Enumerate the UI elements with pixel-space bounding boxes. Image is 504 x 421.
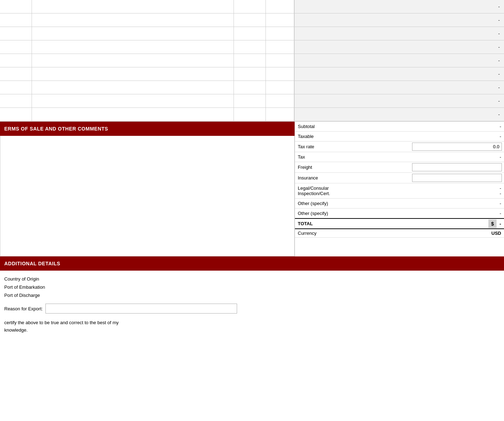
port-embark-row: Port of Embarkation: [4, 284, 500, 290]
terms-summary-section: ERMS OF SALE AND OTHER COMMENTS Subtotal…: [0, 122, 504, 256]
additional-header-text: ADDITIONAL DETAILS: [4, 261, 60, 266]
subtotal-value: -: [410, 122, 504, 132]
table-row: [0, 67, 294, 81]
list-item: -: [295, 54, 504, 67]
certify-line2: knowledge.: [4, 327, 500, 334]
total-value: -: [499, 221, 501, 227]
other1-row: Other (specify) -: [295, 199, 504, 209]
col-desc: [32, 54, 234, 67]
col-unit: [266, 0, 294, 13]
taxable-row: Taxable -: [295, 132, 504, 142]
currency-value: USD: [410, 229, 504, 238]
legal-value2: -: [413, 191, 501, 196]
total-row: TOTAL $ -: [295, 218, 504, 229]
table-row: [0, 94, 294, 108]
table-row: [0, 0, 294, 13]
freight-input[interactable]: [412, 163, 502, 171]
total-value-cell: $ -: [410, 218, 504, 229]
right-dash-column: - - - - - - - - -: [295, 0, 504, 121]
col-unit: [266, 108, 294, 121]
total-label: TOTAL: [295, 218, 410, 229]
col-unit: [266, 40, 294, 54]
freight-label: Freight: [295, 162, 410, 173]
tax-label: Tax: [295, 152, 410, 162]
tax-rate-input[interactable]: [412, 143, 502, 151]
reason-input[interactable]: [45, 304, 237, 314]
col-qty: [234, 94, 266, 107]
col-num: [0, 67, 32, 81]
col-unit: [266, 67, 294, 81]
top-section: - - - - - - - - -: [0, 0, 504, 122]
freight-row: Freight: [295, 162, 504, 173]
taxable-label: Taxable: [295, 132, 410, 142]
other2-label: Other (specify): [295, 209, 410, 219]
tax-row: Tax -: [295, 152, 504, 162]
col-qty: [234, 108, 266, 121]
other1-label: Other (specify): [295, 199, 410, 209]
table-row: [0, 54, 294, 67]
summary-table: Subtotal - Taxable - Tax rate Tax: [295, 122, 504, 238]
page-wrapper: - - - - - - - - - ERMS OF SALE AND OTHER…: [0, 0, 504, 421]
col-desc: [32, 40, 234, 54]
country-origin-label: Country of Origin: [4, 276, 39, 282]
insurance-label: Insurance: [295, 173, 410, 183]
tax-rate-label: Tax rate: [295, 142, 410, 152]
col-num: [0, 108, 32, 121]
table-row: [0, 40, 294, 54]
tax-value: -: [410, 152, 504, 162]
terms-body[interactable]: [0, 136, 295, 256]
list-item: -: [295, 40, 504, 54]
certify-text: certify the above to be true and correct…: [4, 319, 500, 334]
list-item: -: [295, 94, 504, 108]
col-unit: [266, 81, 294, 94]
col-unit: [266, 94, 294, 107]
col-num: [0, 94, 32, 107]
legal-value1: -: [413, 185, 501, 191]
table-row: [0, 27, 294, 40]
col-desc: [32, 0, 234, 13]
col-qty: [234, 54, 266, 67]
col-num: [0, 27, 32, 40]
col-desc: [32, 108, 234, 121]
col-desc: [32, 94, 234, 107]
item-rows: [0, 0, 294, 121]
col-qty: [234, 67, 266, 81]
currency-row: Currency USD: [295, 229, 504, 238]
certify-line1: certify the above to be true and correct…: [4, 319, 500, 327]
additional-header: ADDITIONAL DETAILS: [0, 256, 504, 271]
col-qty: [234, 13, 266, 27]
other1-value: -: [410, 199, 504, 209]
insurance-row: Insurance: [295, 173, 504, 183]
col-num: [0, 13, 32, 27]
insurance-input-cell: [410, 173, 504, 183]
col-desc: [32, 81, 234, 94]
col-num: [0, 81, 32, 94]
insurance-input[interactable]: [412, 174, 502, 182]
total-currency-symbol: $: [488, 220, 497, 228]
col-desc: [32, 27, 234, 40]
left-table-area: [0, 0, 295, 121]
subtotal-label: Subtotal: [295, 122, 410, 132]
summary-section: Subtotal - Taxable - Tax rate Tax: [295, 122, 504, 256]
col-qty: [234, 0, 266, 13]
port-discharge-label: Port of Discharge: [4, 293, 40, 298]
col-num: [0, 0, 32, 13]
list-item: -: [295, 67, 504, 81]
legal-row: Legal/Consular Inspection/Cert. - -: [295, 183, 504, 199]
col-qty: [234, 27, 266, 40]
legal-label: Legal/Consular Inspection/Cert.: [295, 183, 410, 199]
subtotal-row: Subtotal -: [295, 122, 504, 132]
list-item: -: [295, 27, 504, 40]
col-desc: [32, 13, 234, 27]
col-unit: [266, 27, 294, 40]
col-qty: [234, 40, 266, 54]
port-embark-label: Port of Embarkation: [4, 284, 45, 290]
col-num: [0, 54, 32, 67]
country-origin-row: Country of Origin: [4, 276, 500, 282]
list-item: -: [295, 0, 504, 13]
col-unit: [266, 54, 294, 67]
list-item: -: [295, 81, 504, 94]
tax-rate-row: Tax rate: [295, 142, 504, 152]
terms-header-text: ERMS OF SALE AND OTHER COMMENTS: [4, 126, 108, 132]
reason-label: Reason for Export:: [4, 306, 43, 311]
